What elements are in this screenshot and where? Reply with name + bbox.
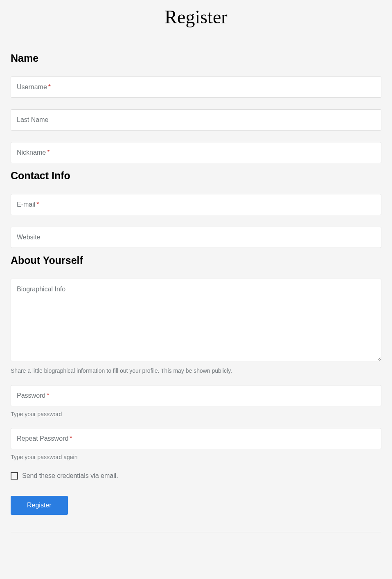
- bio-textarea[interactable]: [11, 279, 381, 361]
- send-credentials-label: Send these credentials via email.: [22, 472, 118, 480]
- repeat-password-helper-text: Type your password again: [11, 453, 381, 462]
- repeat-password-input[interactable]: Repeat Password*: [11, 428, 381, 449]
- required-asterisk-icon: *: [47, 149, 50, 156]
- required-asterisk-icon: *: [36, 201, 39, 208]
- section-heading-about: About Yourself: [11, 255, 381, 266]
- divider: [11, 532, 381, 532]
- repeat-password-label: Repeat Password: [17, 435, 68, 442]
- page-title: Register: [11, 6, 381, 28]
- required-asterisk-icon: *: [47, 392, 49, 399]
- nickname-input[interactable]: Nickname*: [11, 142, 381, 163]
- password-input[interactable]: Password*: [11, 385, 381, 406]
- password-helper-text: Type your password: [11, 410, 381, 419]
- last-name-label: Last Name: [17, 116, 48, 123]
- section-heading-contact: Contact Info: [11, 170, 381, 182]
- website-input[interactable]: Website: [11, 227, 381, 248]
- email-label: E-mail: [17, 201, 35, 208]
- password-label: Password: [17, 392, 45, 399]
- section-heading-name: Name: [11, 52, 381, 64]
- nickname-label: Nickname: [17, 149, 46, 156]
- username-label: Username: [17, 83, 47, 90]
- required-asterisk-icon: *: [48, 83, 51, 90]
- register-button[interactable]: Register: [11, 496, 68, 515]
- required-asterisk-icon: *: [70, 435, 72, 442]
- email-input[interactable]: E-mail*: [11, 194, 381, 215]
- bio-helper-text: Share a little biographical information …: [11, 367, 381, 375]
- send-credentials-checkbox[interactable]: [11, 472, 18, 480]
- website-label: Website: [17, 234, 41, 241]
- last-name-input[interactable]: Last Name: [11, 109, 381, 131]
- username-input[interactable]: Username*: [11, 77, 381, 98]
